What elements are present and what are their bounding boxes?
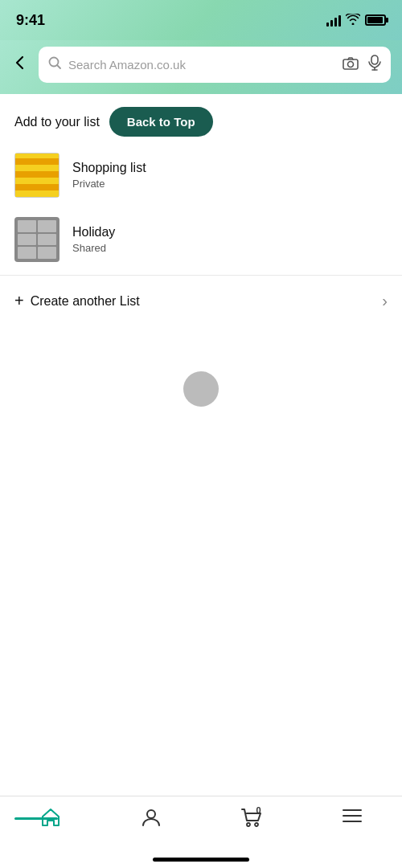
svg-point-8	[255, 823, 258, 826]
loading-spinner	[183, 371, 219, 407]
microphone-icon[interactable]	[368, 55, 381, 75]
menu-icon	[342, 808, 363, 827]
status-icons	[326, 14, 386, 27]
home-indicator	[153, 858, 249, 862]
nav-menu[interactable]	[302, 805, 402, 827]
back-to-top-button[interactable]: Back to Top	[109, 107, 213, 137]
camera-icon[interactable]	[343, 56, 359, 74]
holiday-list-thumbnail	[14, 217, 59, 262]
list-item[interactable]: Shopping list Private	[0, 143, 402, 207]
nav-account[interactable]	[100, 805, 201, 832]
nav-cart[interactable]: 0	[201, 805, 302, 832]
svg-rect-3	[371, 55, 378, 64]
main-content: Add to your list Back to Top Shopping li…	[0, 94, 402, 455]
search-area: Search Amazon.co.uk	[0, 40, 402, 94]
list-item[interactable]: Holiday Shared	[0, 207, 402, 272]
search-icon	[48, 56, 62, 74]
search-box[interactable]: Search Amazon.co.uk	[39, 47, 391, 83]
create-list-label: Create another List	[31, 294, 140, 309]
list-header: Add to your list Back to Top	[0, 94, 402, 143]
loading-area	[0, 323, 402, 455]
status-bar: 9:41	[0, 0, 402, 40]
back-button[interactable]	[11, 54, 29, 76]
holiday-list-info: Holiday Shared	[72, 225, 388, 254]
create-list-row[interactable]: + Create another List ›	[0, 279, 402, 323]
shopping-list-status: Private	[72, 178, 388, 190]
cart-icon: 0	[240, 808, 263, 832]
svg-point-7	[247, 823, 250, 826]
svg-point-2	[348, 61, 354, 67]
wifi-icon	[346, 14, 360, 27]
search-action-icons	[343, 55, 381, 75]
holiday-list-name: Holiday	[72, 225, 388, 240]
search-placeholder: Search Amazon.co.uk	[68, 58, 336, 72]
plus-icon: +	[14, 292, 24, 310]
shopping-list-thumbnail	[14, 153, 59, 198]
status-time: 9:41	[16, 12, 45, 29]
shopping-list-name: Shopping list	[72, 161, 388, 175]
signal-icon	[326, 14, 341, 27]
add-to-list-label: Add to your list	[14, 115, 100, 129]
cart-count-badge: 0	[256, 806, 260, 815]
create-list-left: + Create another List	[14, 292, 140, 310]
shopping-list-info: Shopping list Private	[72, 161, 388, 190]
account-icon	[142, 808, 161, 832]
divider	[0, 275, 402, 276]
battery-icon	[365, 14, 386, 26]
nav-home-underline	[14, 817, 58, 820]
bottom-nav: 0	[0, 796, 402, 868]
chevron-right-icon: ›	[382, 292, 388, 310]
svg-point-6	[147, 810, 155, 818]
holiday-list-status: Shared	[72, 242, 388, 254]
